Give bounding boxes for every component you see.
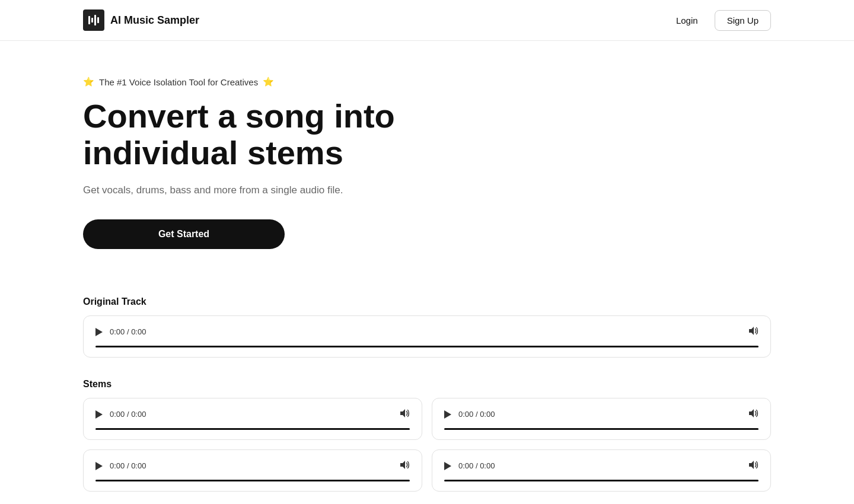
stem-player-3: 0:00 / 0:00 (83, 449, 422, 492)
svg-rect-2 (94, 15, 96, 25)
stem-4-play-button[interactable] (444, 462, 451, 470)
svg-marker-6 (749, 409, 754, 417)
play-icon (95, 462, 103, 470)
stem-3-volume-icon[interactable] (399, 460, 410, 473)
stems-label: Stems (83, 379, 771, 390)
stem-3-controls-left: 0:00 / 0:00 (95, 461, 146, 470)
stem-3-play-button[interactable] (95, 462, 103, 470)
original-track-volume-icon[interactable] (748, 326, 759, 339)
badge-text: The #1 Voice Isolation Tool for Creative… (99, 77, 258, 87)
stem-4-time: 0:00 / 0:00 (458, 461, 495, 470)
stem-3-controls: 0:00 / 0:00 (95, 460, 410, 473)
play-icon (444, 410, 451, 419)
original-track-player: 0:00 / 0:00 (83, 315, 771, 358)
login-button[interactable]: Login (669, 11, 705, 30)
stem-2-controls-left: 0:00 / 0:00 (444, 410, 495, 419)
stem-3-progress[interactable] (95, 480, 410, 481)
play-icon (444, 462, 451, 470)
stem-4-progress[interactable] (444, 480, 759, 481)
stem-4-controls-left: 0:00 / 0:00 (444, 461, 495, 470)
svg-rect-0 (88, 16, 90, 24)
hero-title-line2: individual stems (83, 134, 343, 171)
logo: AI Music Sampler (83, 9, 199, 31)
play-icon (95, 410, 103, 419)
header-nav: Login Sign Up (669, 10, 771, 31)
stems-section: Stems 0:00 / 0:00 (0, 379, 854, 492)
get-started-button[interactable]: Get Started (83, 219, 285, 249)
stem-2-volume-icon[interactable] (748, 408, 759, 421)
original-track-section: Original Track 0:00 / 0:00 (0, 296, 854, 358)
stem-3-time: 0:00 / 0:00 (110, 461, 146, 470)
original-track-controls-left: 0:00 / 0:00 (95, 327, 146, 336)
hero-section: ⭐ The #1 Voice Isolation Tool for Creati… (0, 41, 854, 273)
hero-title-line1: Convert a song into (83, 97, 395, 135)
hero-subtitle: Get vocals, drums, bass and more from a … (83, 183, 403, 198)
stem-1-play-button[interactable] (95, 410, 103, 419)
svg-rect-3 (97, 17, 99, 23)
svg-marker-7 (400, 461, 405, 469)
stem-2-controls: 0:00 / 0:00 (444, 408, 759, 421)
hero-badge: ⭐ The #1 Voice Isolation Tool for Creati… (83, 76, 771, 87)
stem-2-progress[interactable] (444, 428, 759, 430)
svg-marker-5 (400, 409, 405, 417)
original-track-play-button[interactable] (95, 328, 103, 336)
stem-4-controls: 0:00 / 0:00 (444, 460, 759, 473)
play-icon (95, 328, 103, 336)
stem-2-play-button[interactable] (444, 410, 451, 419)
logo-icon (83, 9, 104, 31)
original-track-label: Original Track (83, 296, 771, 307)
svg-marker-8 (749, 461, 754, 469)
stem-2-time: 0:00 / 0:00 (458, 410, 495, 419)
signup-button[interactable]: Sign Up (715, 10, 771, 31)
stem-player-1: 0:00 / 0:00 (83, 398, 422, 440)
stem-1-progress[interactable] (95, 428, 410, 430)
badge-star-right: ⭐ (263, 76, 274, 87)
logo-text: AI Music Sampler (110, 14, 199, 27)
badge-star-left: ⭐ (83, 76, 94, 87)
stem-1-controls: 0:00 / 0:00 (95, 408, 410, 421)
stem-1-time: 0:00 / 0:00 (110, 410, 146, 419)
hero-title: Convert a song into individual stems (83, 98, 439, 171)
stem-player-2: 0:00 / 0:00 (432, 398, 771, 440)
stem-4-volume-icon[interactable] (748, 460, 759, 473)
stems-grid: 0:00 / 0:00 0:00 / 0: (83, 398, 771, 492)
svg-rect-1 (91, 18, 93, 23)
stem-1-controls-left: 0:00 / 0:00 (95, 410, 146, 419)
svg-marker-4 (749, 327, 754, 335)
header: AI Music Sampler Login Sign Up (0, 0, 854, 41)
stem-1-volume-icon[interactable] (399, 408, 410, 421)
original-track-progress[interactable] (95, 346, 759, 347)
original-track-time: 0:00 / 0:00 (110, 327, 146, 336)
original-track-controls: 0:00 / 0:00 (95, 326, 759, 339)
stem-player-4: 0:00 / 0:00 (432, 449, 771, 492)
